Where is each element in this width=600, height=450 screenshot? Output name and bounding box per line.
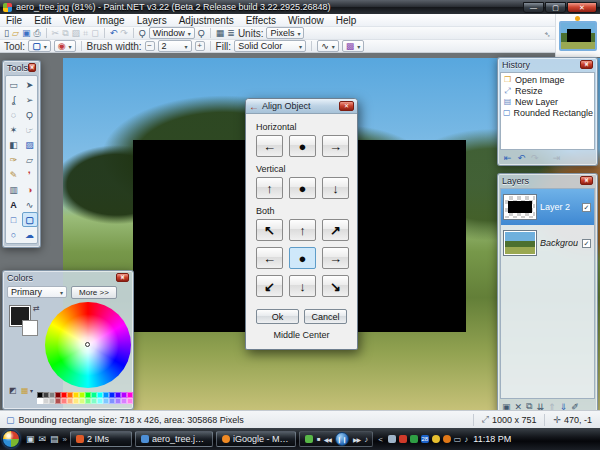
tool-rectangle[interactable]: □	[6, 212, 22, 227]
image-thumbnail[interactable]	[559, 21, 597, 51]
pause-icon[interactable]: ❙❙	[335, 432, 349, 446]
secondary-color-swatch[interactable]	[22, 320, 38, 336]
tray-collapse-icon[interactable]: <	[376, 435, 385, 444]
tray-icon-2[interactable]	[399, 435, 407, 443]
fill-style-select[interactable]: Solid Color ▾	[234, 40, 306, 52]
close-icon[interactable]: ✕	[580, 60, 593, 69]
tool-pan[interactable]: ☞	[22, 122, 38, 137]
align-center-vertical-button[interactable]: ●	[289, 177, 316, 199]
align-bottom-center-button[interactable]: ↓	[289, 275, 316, 297]
align-left-button[interactable]: ←	[256, 135, 283, 157]
antialias-select[interactable]: ∿ ▾	[317, 40, 339, 52]
tray-icon-1[interactable]	[388, 435, 396, 443]
align-center-horizontal-button[interactable]: ●	[289, 135, 316, 157]
zoom-mode-select[interactable]: Window ▾	[149, 27, 195, 39]
menu-help[interactable]: Help	[330, 14, 363, 27]
palette-swatch[interactable]	[127, 398, 133, 404]
display-icon[interactable]: ▭	[454, 435, 462, 444]
next-track-icon[interactable]: ▶▶	[353, 436, 360, 443]
menu-window[interactable]: Window	[282, 14, 330, 27]
align-top-right-button[interactable]: ↗	[322, 219, 349, 241]
previous-track-icon[interactable]: ◀◀	[324, 436, 331, 443]
cut-icon[interactable]: ✂	[52, 27, 60, 39]
fast-forward-icon[interactable]: ⇥	[553, 152, 561, 164]
rewind-icon[interactable]: ⇤	[504, 152, 512, 164]
swap-colors-icon[interactable]: ⇄	[33, 304, 40, 313]
menu-edit[interactable]: Edit	[28, 14, 57, 27]
cancel-button[interactable]: Cancel	[304, 309, 347, 324]
tool-rectangle-select[interactable]: ▭	[6, 77, 22, 92]
tool-eraser[interactable]: ▱	[22, 152, 38, 167]
quick-launch-icon-3[interactable]: ▤	[50, 434, 59, 444]
blend-mode-select[interactable]: ▩ ▾	[342, 40, 365, 52]
color-wheel[interactable]	[45, 302, 131, 388]
tool-freeform-shape[interactable]: ☁	[22, 227, 38, 242]
maximize-button[interactable]: ▢	[545, 2, 566, 13]
history-item-new-layer[interactable]: ▤ New Layer	[503, 96, 592, 107]
start-button[interactable]	[2, 430, 20, 448]
chevron-down-icon[interactable]: ▾	[30, 387, 33, 394]
tray-icon-6[interactable]	[443, 435, 451, 443]
tool-magic-wand[interactable]: ✶	[6, 122, 22, 137]
menu-image[interactable]: Image	[91, 14, 131, 27]
quick-launch-icon-1[interactable]: ▣	[26, 434, 35, 444]
close-icon[interactable]: ✕	[580, 176, 593, 185]
taskbar-button-firefox[interactable]: iGoogle - Mozil...	[216, 431, 296, 447]
align-middle-left-button[interactable]: ←	[256, 247, 283, 269]
brush-width-increase-button[interactable]: +	[195, 41, 205, 51]
layer-visibility-checkbox[interactable]: ✓	[582, 203, 591, 212]
tool-recolor[interactable]: ◑	[22, 182, 38, 197]
copy-icon[interactable]: ⧉	[62, 27, 68, 39]
history-item-resize[interactable]: ⤢ Resize	[503, 85, 592, 96]
close-icon[interactable]: ✕	[28, 63, 36, 72]
history-item-rounded-rectangle[interactable]: ▢ Rounded Rectangle	[503, 107, 592, 118]
dialog-titlebar[interactable]: ← Align Object ✕	[246, 99, 357, 114]
align-top-button[interactable]: ↑	[256, 177, 283, 199]
align-bottom-left-button[interactable]: ↙	[256, 275, 283, 297]
tool-move-selected-pixels[interactable]: ➤	[22, 77, 38, 92]
menu-effects[interactable]: Effects	[240, 14, 282, 27]
tool-lasso-select[interactable]: ʆ	[6, 92, 22, 107]
undo-icon[interactable]: ↶	[110, 27, 118, 39]
align-middle-right-button[interactable]: →	[322, 247, 349, 269]
tool-gradient[interactable]: ▨	[22, 137, 38, 152]
tool-rounded-rectangle[interactable]: ▢	[22, 212, 38, 227]
new-icon[interactable]: ▯	[4, 27, 9, 39]
reset-colors-icon[interactable]: ◩	[9, 386, 17, 395]
ok-button[interactable]: Ok	[256, 309, 299, 324]
volume-icon[interactable]: ♪	[364, 435, 367, 444]
tool-clone-stamp[interactable]: ▥	[6, 182, 22, 197]
tray-icon-3[interactable]	[410, 435, 418, 443]
tool-paintbrush[interactable]: ✑	[6, 152, 22, 167]
tool-text[interactable]: A	[6, 197, 22, 212]
palette-menu-icon[interactable]: ▦	[21, 386, 29, 395]
tool-pencil[interactable]: ✎	[6, 167, 22, 182]
history-item-open-image[interactable]: ❒ Open Image	[503, 74, 592, 85]
redo-icon[interactable]: ↷	[531, 152, 539, 164]
brush-width-decrease-button[interactable]: −	[145, 41, 155, 51]
window-titlebar[interactable]: aero_tree.jpg (81%) - Paint.NET v3.22 (B…	[0, 0, 600, 14]
print-icon[interactable]: ⎙	[33, 27, 40, 39]
align-bottom-right-button[interactable]: ↘	[322, 275, 349, 297]
quick-launch-overflow-icon[interactable]: »	[63, 435, 67, 444]
taskbar-clock[interactable]: 11:18 PM	[471, 434, 515, 444]
tray-icon-5[interactable]	[432, 435, 440, 443]
tool-move-selection[interactable]: ➢	[22, 92, 38, 107]
volume-tray-icon[interactable]: ♪	[464, 435, 468, 444]
deselect-icon[interactable]: ◻	[91, 27, 98, 39]
units-select[interactable]: Pixels ▾	[266, 27, 304, 39]
quick-launch-icon-2[interactable]: ✉	[39, 434, 47, 444]
tool-line-curve[interactable]: ∿	[22, 197, 38, 212]
open-icon[interactable]: ▱	[12, 27, 19, 39]
ruler-icon[interactable]: ≣	[227, 27, 235, 39]
menu-layers[interactable]: Layers	[131, 14, 173, 27]
align-top-center-button[interactable]: ↑	[289, 219, 316, 241]
more-button[interactable]: More >>	[71, 286, 117, 299]
zoom-out-icon[interactable]: Ϙ	[139, 27, 146, 39]
tool-color-picker[interactable]: ❜	[22, 167, 38, 182]
layer-visibility-checkbox[interactable]: ✓	[582, 239, 591, 248]
menu-file[interactable]: File	[0, 14, 28, 27]
crop-icon[interactable]: ⌗	[83, 27, 88, 39]
tool-paint-bucket[interactable]: ◧	[6, 137, 22, 152]
align-right-button[interactable]: →	[322, 135, 349, 157]
